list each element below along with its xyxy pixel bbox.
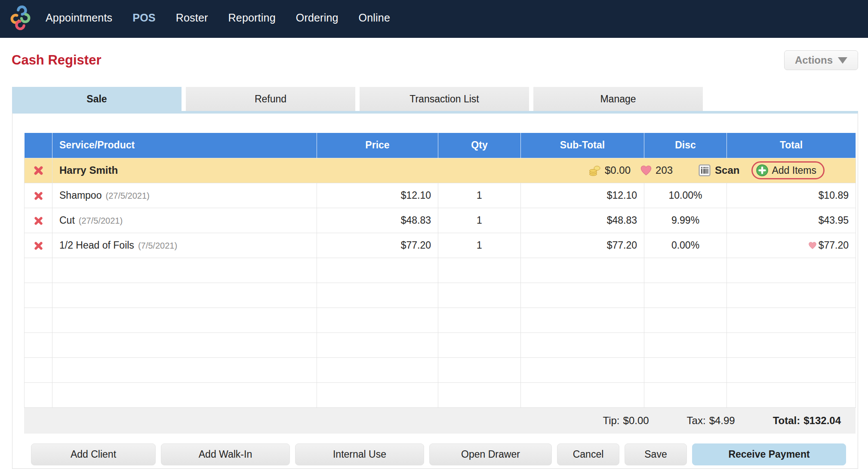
simple-salon-logo[interactable] xyxy=(8,5,34,31)
account-balance-value: $0.00 xyxy=(605,164,631,176)
remove-item-icon[interactable] xyxy=(33,191,44,201)
column-header-total: Total xyxy=(727,133,856,158)
remove-client-icon[interactable] xyxy=(33,165,44,176)
summary-bar: Tip: $0.00 Tax: $4.99 Total: $132.04 xyxy=(24,408,856,434)
item-total: $43.95 xyxy=(727,208,856,233)
cancel-button[interactable]: Cancel xyxy=(557,443,619,465)
empty-cell xyxy=(644,382,727,407)
tax-value: $4.99 xyxy=(709,415,735,427)
coins-icon xyxy=(588,164,601,176)
item-price[interactable]: $77.20 xyxy=(317,233,438,258)
client-account-balance[interactable]: $0.00 xyxy=(588,164,631,176)
empty-cell xyxy=(317,357,438,382)
remove-item-icon[interactable] xyxy=(33,240,44,251)
empty-row xyxy=(25,308,856,332)
nav-item-roster[interactable]: Roster xyxy=(176,12,208,24)
empty-cell xyxy=(438,258,521,283)
receive-payment-button[interactable]: Receive Payment xyxy=(692,443,846,465)
empty-cell xyxy=(52,283,317,308)
heart-icon xyxy=(640,165,652,176)
empty-row xyxy=(25,332,856,357)
empty-row xyxy=(25,258,856,283)
empty-cell xyxy=(644,283,727,308)
empty-cell xyxy=(317,382,438,407)
item-name: Shampoo xyxy=(59,190,102,201)
empty-cell xyxy=(644,308,727,332)
open-drawer-button[interactable]: Open Drawer xyxy=(429,443,552,465)
actions-button[interactable]: Actions xyxy=(784,50,858,70)
empty-cell xyxy=(727,382,856,407)
plus-circle-icon xyxy=(756,164,769,177)
logo-icon xyxy=(8,5,33,30)
empty-cell xyxy=(52,332,317,357)
empty-cell xyxy=(521,357,644,382)
empty-cell xyxy=(52,357,317,382)
empty-cell xyxy=(438,308,521,332)
item-total: $77.20 xyxy=(819,240,849,251)
tab-manage[interactable]: Manage xyxy=(533,87,703,111)
item-row: 1/2 Head of Foils(7/5/2021) $77.20 1 $77… xyxy=(25,233,856,258)
tab-sale[interactable]: Sale xyxy=(12,87,182,111)
item-date: (27/5/2021) xyxy=(79,216,123,225)
tip-summary[interactable]: Tip: $0.00 xyxy=(603,415,649,427)
empty-cell xyxy=(52,258,317,283)
grand-total-summary: Total: $132.04 xyxy=(773,415,841,427)
sale-panel: Service/Product Price Qty Sub-Total Disc… xyxy=(12,111,858,469)
scan-label: Scan xyxy=(715,164,739,176)
scan-button[interactable]: Scan xyxy=(699,164,739,176)
item-price[interactable]: $48.83 xyxy=(317,208,438,233)
column-header-price: Price xyxy=(317,133,438,158)
item-subtotal: $77.20 xyxy=(521,233,644,258)
item-disc[interactable]: 10.00% xyxy=(644,183,727,208)
internal-use-button[interactable]: Internal Use xyxy=(295,443,424,465)
empty-cell xyxy=(25,382,52,407)
nav-item-online[interactable]: Online xyxy=(359,12,390,24)
item-qty[interactable]: 1 xyxy=(438,233,521,258)
nav-item-appointments[interactable]: Appointments xyxy=(46,12,112,24)
item-disc[interactable]: 9.99% xyxy=(644,208,727,233)
tab-transaction-list[interactable]: Transaction List xyxy=(360,87,529,111)
barcode-icon xyxy=(699,164,711,176)
empty-cell xyxy=(317,283,438,308)
client-loyalty-points[interactable]: 203 xyxy=(640,164,673,176)
item-subtotal: $12.10 xyxy=(521,183,644,208)
empty-cell xyxy=(521,382,644,407)
tab-refund[interactable]: Refund xyxy=(186,87,355,111)
empty-cell xyxy=(644,357,727,382)
page-head: Cash Register Actions xyxy=(12,48,858,72)
item-qty[interactable]: 1 xyxy=(438,208,521,233)
empty-cell xyxy=(521,332,644,357)
empty-cell xyxy=(727,308,856,332)
tax-label: Tax: xyxy=(687,415,706,427)
tip-label: Tip: xyxy=(603,415,619,427)
nav-item-ordering[interactable]: Ordering xyxy=(296,12,339,24)
nav-item-pos[interactable]: POS xyxy=(132,12,155,24)
item-row: Shampoo(27/5/2021) $12.10 1 $12.10 10.00… xyxy=(25,183,856,208)
client-row: Harry Smith xyxy=(25,158,856,183)
nav-item-reporting[interactable]: Reporting xyxy=(228,12,276,24)
empty-cell xyxy=(317,308,438,332)
item-price[interactable]: $12.10 xyxy=(317,183,438,208)
empty-cell xyxy=(727,283,856,308)
remove-item-icon[interactable] xyxy=(33,215,44,226)
add-walk-in-button[interactable]: Add Walk-In xyxy=(161,443,290,465)
table-header-row: Service/Product Price Qty Sub-Total Disc… xyxy=(25,133,856,158)
item-qty[interactable]: 1 xyxy=(438,183,521,208)
top-navbar: Appointments POS Roster Reporting Orderi… xyxy=(0,0,868,38)
add-items-button[interactable]: Add Items xyxy=(751,161,825,179)
item-total: $10.89 xyxy=(727,183,856,208)
item-name-cell: Cut(27/5/2021) xyxy=(52,208,317,233)
add-client-button[interactable]: Add Client xyxy=(31,443,156,465)
column-header-disc: Disc xyxy=(644,133,727,158)
empty-cell xyxy=(25,258,52,283)
column-header-delete xyxy=(25,133,52,158)
save-button[interactable]: Save xyxy=(625,443,687,465)
item-disc[interactable]: 0.00% xyxy=(644,233,727,258)
client-name: Harry Smith xyxy=(59,164,118,176)
empty-cell xyxy=(727,332,856,357)
column-header-service-product: Service/Product xyxy=(52,133,317,158)
column-header-subtotal: Sub-Total xyxy=(521,133,644,158)
grand-total-value: $132.04 xyxy=(803,415,841,427)
empty-cell xyxy=(521,308,644,332)
empty-cell xyxy=(644,332,727,357)
